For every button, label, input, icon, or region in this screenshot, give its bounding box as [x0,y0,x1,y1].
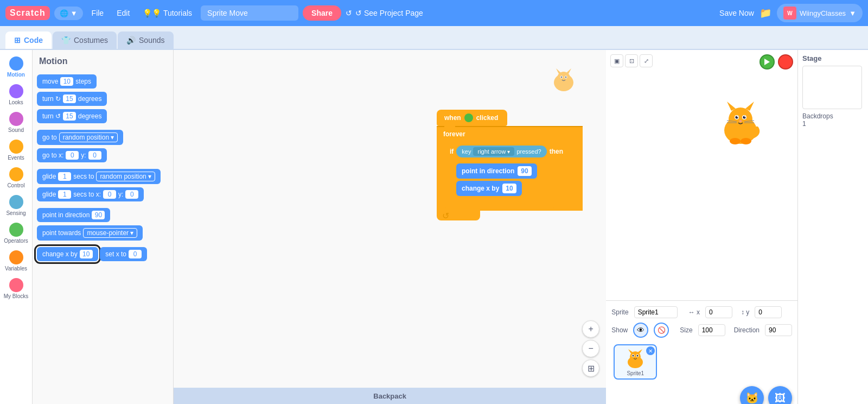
sidebar-item-operators[interactable]: Operators [1,220,31,246]
turn-right-block[interactable]: turn ↻ 15 degrees [37,92,107,106]
share-button[interactable]: Share [303,5,341,21]
size-input[interactable] [698,324,725,336]
glide-secs-input[interactable]: 1 [58,172,71,181]
move-block[interactable]: move 10 steps [37,74,97,89]
svg-point-17 [737,116,738,117]
add-stage-fab[interactable]: 🖼 [768,386,792,404]
sidebar-item-events[interactable]: Events [1,137,31,163]
zoom-fit-button[interactable]: ⊞ [582,359,599,377]
sidebar-item-sound[interactable]: Sound [1,110,31,135]
stage-thumbnail[interactable] [802,66,862,109]
zoom-out-icon: − [589,344,593,354]
sprite-delete-button[interactable]: ✕ [646,346,655,355]
sprite-name-input[interactable] [634,306,678,318]
scratch-logo[interactable]: Scratch [5,6,50,20]
small-stage-button[interactable]: ▣ [610,54,623,67]
eye-open-icon: 👁 [637,326,644,334]
file-menu[interactable]: File [87,6,108,20]
point-dir-value[interactable]: 90 [518,166,531,176]
sidebar-item-motion[interactable]: Motion [1,54,31,80]
zoom-in-button[interactable]: + [582,320,599,338]
tab-sounds[interactable]: 🔊 Sounds [118,31,173,49]
point-towards-dropdown[interactable]: mouse-pointer ▾ [83,228,137,238]
stage-controls [760,54,793,70]
forever-cap: ↺ [437,211,480,220]
control-dot [9,167,23,181]
glide-xy-secs-input[interactable]: 1 [58,190,71,199]
key-dropdown[interactable]: right arrow ▾ [473,147,514,156]
glide-dropdown[interactable]: random position ▾ [96,172,155,181]
goto-xy-block[interactable]: go to x: 0 y: 0 [37,148,107,162]
user-button[interactable]: W WiingyClasses ▼ [777,4,863,22]
project-name-input[interactable] [201,5,298,21]
sprite-y-input[interactable] [755,306,782,318]
tutorials-button[interactable]: 💡 💡 Tutorials [138,6,196,20]
eye-closed-icon: 🚫 [658,326,666,334]
change-x-by-block[interactable]: change x by 10 [456,181,522,196]
svg-point-18 [744,116,745,117]
tab-costumes[interactable]: 👕 Costumes [53,31,117,49]
see-project-button[interactable]: ↺ ↺ See Project Page [346,9,423,17]
globe-button[interactable]: 🌐 ▼ [54,7,83,20]
zoom-out-button[interactable]: − [582,340,599,357]
red-stop-button[interactable] [778,54,793,70]
condition-block[interactable]: key right arrow ▾ pressed? [456,146,546,157]
fullscreen-button[interactable]: ⤢ [640,54,653,67]
sidebar-item-looks[interactable]: Looks [1,82,31,108]
sprite-name-row: Sprite ↔ x ↕ y [611,306,792,318]
glide-y-input[interactable]: 0 [125,190,138,199]
point-towards-block[interactable]: point towards mouse-pointer ▾ [37,225,143,241]
code-stack: when clicked forever [437,110,583,220]
forever-block[interactable]: forever [437,126,583,141]
show-button[interactable]: 👁 [633,323,648,338]
sidebar-item-myblocks[interactable]: My Blocks [1,276,31,301]
tabs-bar: ⊞ Code 👕 Costumes 🔊 Sounds [0,26,868,50]
glide-x-input[interactable]: 0 [103,190,116,199]
myblocks-label: My Blocks [4,293,29,299]
sidebar-item-sensing[interactable]: Sensing [1,193,31,218]
direction-input[interactable] [765,324,792,336]
turn-right-degrees-input[interactable]: 15 [63,94,76,103]
point-dir-input[interactable]: 90 [92,211,105,219]
change-x-block[interactable]: change x by 10 [37,247,98,261]
turn-left-block[interactable]: turn ↺ 15 degrees [37,109,107,123]
username-label: WiingyClasses [800,9,846,17]
move-steps-input[interactable]: 10 [60,77,73,86]
backdrops-label: Backdrops [802,112,864,120]
turn-left-degrees-input[interactable]: 15 [63,112,76,121]
normal-stage-button[interactable]: ⊡ [625,54,638,67]
backdrops-count: 1 [802,120,864,128]
tab-code[interactable]: ⊞ Code [5,31,52,49]
if-block[interactable]: if key right arrow ▾ pressed? then [445,143,581,160]
goto-block[interactable]: go to random position ▾ [37,130,123,145]
variables-label: Variables [5,266,27,272]
change-x-input[interactable]: 10 [80,250,93,258]
myblocks-dot [9,278,23,292]
event-block[interactable]: when clicked [437,110,507,126]
green-flag-button[interactable] [760,54,775,70]
hide-button[interactable]: 🚫 [654,323,669,338]
glide-random-block[interactable]: glide 1 secs to random position ▾ [37,169,161,184]
folder-icon[interactable]: 📁 [760,7,771,19]
sidebar-item-control[interactable]: Control [1,165,31,191]
goto-dropdown[interactable]: random position ▾ [59,132,118,142]
goto-x-input[interactable]: 0 [66,151,79,160]
sprite-x-input[interactable] [705,306,732,318]
svg-point-25 [741,138,751,144]
user-chevron: ▼ [849,9,856,17]
change-x-value[interactable]: 10 [502,184,516,193]
glide-xy-block[interactable]: glide 1 secs to x: 0 y: 0 [37,187,144,201]
set-x-block[interactable]: set x to 0 [100,247,147,261]
goto-y-input[interactable]: 0 [88,151,101,160]
forever-curl-icon: ↺ [442,211,449,221]
normal-stage-icon: ⊡ [629,58,634,65]
backpack-bar[interactable]: Backpack [174,388,606,404]
point-in-direction-block[interactable]: point in direction 90 [456,163,537,179]
add-sprite-fab[interactable]: 🐱 [740,386,764,404]
sidebar-item-variables[interactable]: Variables [1,248,31,274]
save-now-button[interactable]: Save Now [719,9,754,17]
point-dir-block[interactable]: point in direction 90 [37,208,110,222]
sprite-thumb-sprite1[interactable]: ✕ [614,344,657,380]
set-x-input[interactable]: 0 [129,250,142,258]
edit-menu[interactable]: Edit [112,6,134,20]
